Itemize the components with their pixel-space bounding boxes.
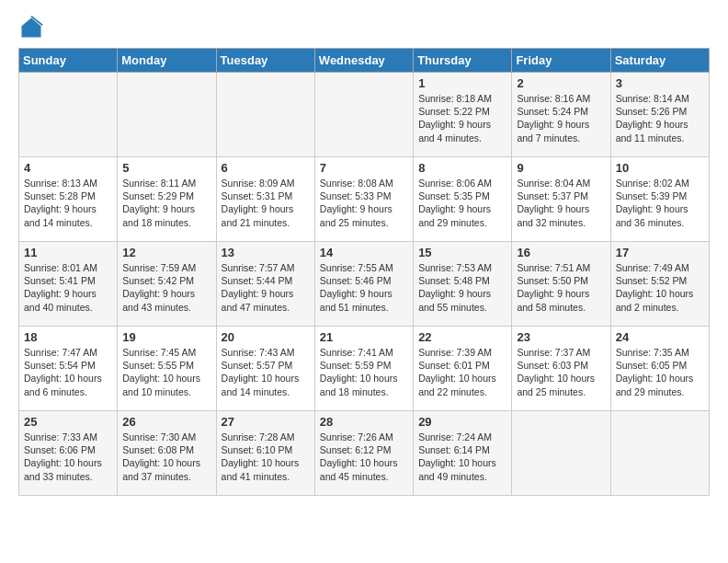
calendar-header-wednesday: Wednesday [314, 49, 413, 73]
calendar-cell: 15Sunrise: 7:53 AM Sunset: 5:48 PM Dayli… [414, 242, 512, 327]
day-number: 24 [616, 330, 704, 344]
calendar-header-sunday: Sunday [19, 49, 118, 73]
day-info: Sunrise: 7:28 AM Sunset: 6:10 PM Dayligh… [222, 431, 310, 483]
day-number: 10 [616, 161, 704, 175]
calendar-cell: 16Sunrise: 7:51 AM Sunset: 5:50 PM Dayli… [512, 242, 610, 327]
day-number: 13 [222, 246, 310, 259]
calendar-cell: 22Sunrise: 7:39 AM Sunset: 6:01 PM Dayli… [414, 327, 512, 411]
calendar-week-row: 11Sunrise: 8:01 AM Sunset: 5:41 PM Dayli… [19, 242, 710, 327]
day-info: Sunrise: 7:49 AM Sunset: 5:52 PM Dayligh… [616, 261, 704, 314]
day-number: 22 [418, 330, 506, 344]
calendar-cell: 3Sunrise: 8:14 AM Sunset: 5:26 PM Daylig… [610, 73, 709, 157]
day-number: 27 [222, 415, 310, 429]
day-info: Sunrise: 8:04 AM Sunset: 5:37 PM Dayligh… [517, 177, 605, 229]
day-number: 17 [616, 246, 704, 259]
logo [18, 15, 48, 40]
day-number: 26 [122, 415, 210, 429]
day-info: Sunrise: 7:26 AM Sunset: 6:12 PM Dayligh… [320, 431, 408, 483]
calendar-week-row: 4Sunrise: 8:13 AM Sunset: 5:28 PM Daylig… [19, 157, 710, 242]
day-info: Sunrise: 7:30 AM Sunset: 6:08 PM Dayligh… [122, 431, 210, 483]
day-info: Sunrise: 8:09 AM Sunset: 5:31 PM Dayligh… [222, 177, 310, 229]
logo-icon [18, 15, 44, 40]
calendar-cell: 10Sunrise: 8:02 AM Sunset: 5:39 PM Dayli… [610, 157, 709, 242]
calendar-cell [610, 411, 709, 496]
calendar-cell: 28Sunrise: 7:26 AM Sunset: 6:12 PM Dayli… [314, 411, 413, 496]
calendar-week-row: 1Sunrise: 8:18 AM Sunset: 5:22 PM Daylig… [19, 73, 710, 157]
calendar-cell: 14Sunrise: 7:55 AM Sunset: 5:46 PM Dayli… [314, 242, 413, 327]
calendar-cell: 21Sunrise: 7:41 AM Sunset: 5:59 PM Dayli… [314, 327, 413, 411]
day-info: Sunrise: 8:08 AM Sunset: 5:33 PM Dayligh… [320, 177, 408, 229]
calendar-cell: 20Sunrise: 7:43 AM Sunset: 5:57 PM Dayli… [216, 327, 314, 411]
calendar-cell [19, 73, 118, 157]
day-number: 20 [222, 330, 310, 344]
day-number: 8 [418, 161, 506, 175]
day-info: Sunrise: 7:24 AM Sunset: 6:14 PM Dayligh… [418, 431, 506, 483]
calendar-cell: 13Sunrise: 7:57 AM Sunset: 5:44 PM Dayli… [216, 242, 314, 327]
calendar-cell [118, 73, 216, 157]
calendar-cell: 8Sunrise: 8:06 AM Sunset: 5:35 PM Daylig… [414, 157, 512, 242]
day-number: 6 [222, 161, 310, 175]
day-info: Sunrise: 8:11 AM Sunset: 5:29 PM Dayligh… [122, 177, 210, 229]
calendar-cell: 6Sunrise: 8:09 AM Sunset: 5:31 PM Daylig… [216, 157, 314, 242]
day-number: 29 [418, 415, 506, 429]
page: SundayMondayTuesdayWednesdayThursdayFrid… [0, 0, 728, 505]
day-info: Sunrise: 7:41 AM Sunset: 5:59 PM Dayligh… [320, 346, 408, 398]
calendar-header-tuesday: Tuesday [216, 49, 314, 73]
calendar-cell: 18Sunrise: 7:47 AM Sunset: 5:54 PM Dayli… [19, 327, 118, 411]
day-number: 7 [320, 161, 408, 175]
calendar-cell: 27Sunrise: 7:28 AM Sunset: 6:10 PM Dayli… [216, 411, 314, 496]
day-number: 3 [616, 76, 704, 90]
day-info: Sunrise: 8:14 AM Sunset: 5:26 PM Dayligh… [616, 92, 704, 144]
day-number: 21 [320, 330, 408, 344]
day-number: 25 [24, 415, 112, 429]
calendar-cell: 12Sunrise: 7:59 AM Sunset: 5:42 PM Dayli… [118, 242, 216, 327]
day-info: Sunrise: 8:16 AM Sunset: 5:24 PM Dayligh… [517, 92, 605, 144]
day-number: 23 [517, 330, 605, 344]
calendar-header-saturday: Saturday [610, 49, 709, 73]
day-info: Sunrise: 7:37 AM Sunset: 6:03 PM Dayligh… [517, 346, 605, 398]
day-number: 18 [24, 330, 112, 344]
calendar-header-friday: Friday [512, 49, 610, 73]
day-info: Sunrise: 8:13 AM Sunset: 5:28 PM Dayligh… [24, 177, 112, 229]
calendar-week-row: 25Sunrise: 7:33 AM Sunset: 6:06 PM Dayli… [19, 411, 710, 496]
day-info: Sunrise: 7:35 AM Sunset: 6:05 PM Dayligh… [616, 346, 704, 398]
calendar-cell: 7Sunrise: 8:08 AM Sunset: 5:33 PM Daylig… [314, 157, 413, 242]
calendar-header-thursday: Thursday [414, 49, 512, 73]
calendar-cell: 1Sunrise: 8:18 AM Sunset: 5:22 PM Daylig… [414, 73, 512, 157]
day-number: 5 [122, 161, 210, 175]
calendar-header-row: SundayMondayTuesdayWednesdayThursdayFrid… [19, 49, 710, 73]
day-info: Sunrise: 7:53 AM Sunset: 5:48 PM Dayligh… [418, 261, 506, 314]
calendar-cell: 5Sunrise: 8:11 AM Sunset: 5:29 PM Daylig… [118, 157, 216, 242]
calendar-cell: 25Sunrise: 7:33 AM Sunset: 6:06 PM Dayli… [19, 411, 118, 496]
calendar-cell: 9Sunrise: 8:04 AM Sunset: 5:37 PM Daylig… [512, 157, 610, 242]
calendar-cell: 29Sunrise: 7:24 AM Sunset: 6:14 PM Dayli… [414, 411, 512, 496]
day-info: Sunrise: 7:43 AM Sunset: 5:57 PM Dayligh… [222, 346, 310, 398]
day-number: 15 [418, 246, 506, 259]
day-info: Sunrise: 7:33 AM Sunset: 6:06 PM Dayligh… [24, 431, 112, 483]
calendar-cell: 17Sunrise: 7:49 AM Sunset: 5:52 PM Dayli… [610, 242, 709, 327]
day-info: Sunrise: 7:45 AM Sunset: 5:55 PM Dayligh… [122, 346, 210, 398]
day-number: 16 [517, 246, 605, 259]
day-number: 11 [24, 246, 112, 259]
day-number: 19 [122, 330, 210, 344]
day-number: 1 [418, 76, 506, 90]
day-info: Sunrise: 7:47 AM Sunset: 5:54 PM Dayligh… [24, 346, 112, 398]
day-number: 4 [24, 161, 112, 175]
calendar-cell: 23Sunrise: 7:37 AM Sunset: 6:03 PM Dayli… [512, 327, 610, 411]
calendar-cell [216, 73, 314, 157]
calendar-cell: 2Sunrise: 8:16 AM Sunset: 5:24 PM Daylig… [512, 73, 610, 157]
calendar-cell: 11Sunrise: 8:01 AM Sunset: 5:41 PM Dayli… [19, 242, 118, 327]
day-info: Sunrise: 8:01 AM Sunset: 5:41 PM Dayligh… [24, 261, 112, 314]
calendar-cell: 4Sunrise: 8:13 AM Sunset: 5:28 PM Daylig… [19, 157, 118, 242]
day-info: Sunrise: 7:39 AM Sunset: 6:01 PM Dayligh… [418, 346, 506, 398]
calendar-table: SundayMondayTuesdayWednesdayThursdayFrid… [18, 48, 710, 496]
day-number: 2 [517, 76, 605, 90]
calendar-cell: 19Sunrise: 7:45 AM Sunset: 5:55 PM Dayli… [118, 327, 216, 411]
calendar-week-row: 18Sunrise: 7:47 AM Sunset: 5:54 PM Dayli… [19, 327, 710, 411]
day-number: 12 [122, 246, 210, 259]
day-info: Sunrise: 7:51 AM Sunset: 5:50 PM Dayligh… [517, 261, 605, 314]
day-info: Sunrise: 7:59 AM Sunset: 5:42 PM Dayligh… [122, 261, 210, 314]
calendar-cell [314, 73, 413, 157]
day-number: 9 [517, 161, 605, 175]
day-info: Sunrise: 8:02 AM Sunset: 5:39 PM Dayligh… [616, 177, 704, 229]
